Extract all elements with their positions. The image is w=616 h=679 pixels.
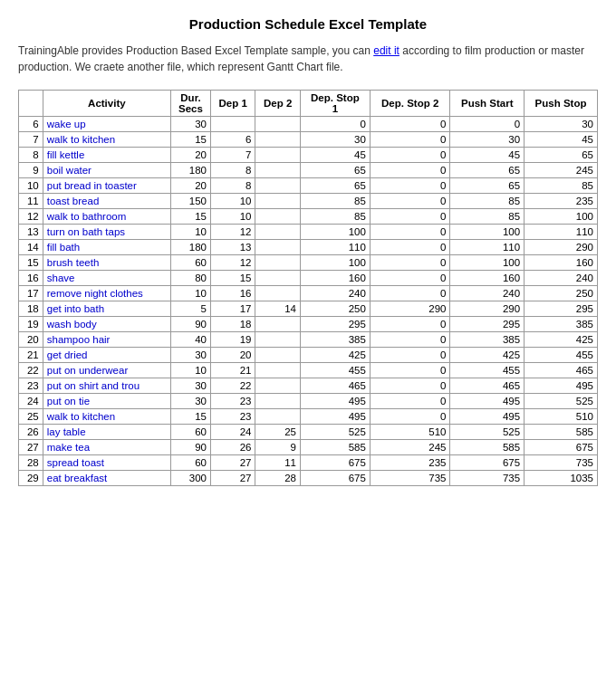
table-row: 8fill kettle2074504565 (19, 148, 598, 163)
cell-dep-stop1: 385 (300, 332, 370, 348)
cell-dur: 180 (170, 240, 210, 255)
cell-row-number: 9 (19, 163, 43, 178)
cell-dur: 60 (170, 455, 210, 471)
schedule-table: Activity Dur.Secs Dep 1 Dep 2 Dep. Stop1… (18, 90, 598, 486)
cell-dep-stop1: 110 (300, 240, 370, 255)
cell-dep-stop2: 0 (370, 240, 450, 255)
cell-push-stop: 245 (525, 163, 598, 178)
cell-dur: 20 (170, 178, 210, 194)
cell-dep-stop1: 85 (300, 194, 370, 209)
table-row: 25walk to kitchen15234950495510 (19, 409, 598, 425)
cell-activity: shave (43, 271, 170, 286)
cell-push-stop: 65 (525, 148, 598, 163)
cell-activity: fill kettle (43, 148, 170, 163)
cell-dep-stop2: 735 (370, 471, 450, 486)
cell-push-start: 425 (450, 348, 525, 363)
table-row: 19wash body90182950295385 (19, 317, 598, 332)
cell-dep1: 7 (210, 148, 255, 163)
cell-dep2 (255, 255, 300, 271)
cell-dep-stop2: 0 (370, 163, 450, 178)
cell-dur: 15 (170, 209, 210, 225)
cell-dep-stop2: 0 (370, 148, 450, 163)
cell-dep-stop1: 675 (300, 471, 370, 486)
cell-dep1: 6 (210, 132, 255, 148)
cell-activity: lay table (43, 425, 170, 440)
cell-push-start: 455 (450, 363, 525, 378)
cell-push-stop: 495 (525, 378, 598, 394)
cell-dur: 90 (170, 440, 210, 455)
cell-dep1: 23 (210, 394, 255, 409)
table-row: 6wake up3000030 (19, 117, 598, 132)
cell-row-number: 24 (19, 394, 43, 409)
table-row: 17remove night clothes10162400240250 (19, 286, 598, 301)
cell-dur: 10 (170, 225, 210, 240)
table-row: 26lay table602425525510525585 (19, 425, 598, 440)
cell-row-number: 17 (19, 286, 43, 301)
col-header-dep1: Dep 1 (210, 91, 255, 117)
table-row: 22put on underwear10214550455465 (19, 363, 598, 378)
cell-dep-stop2: 0 (370, 348, 450, 363)
cell-dep1: 22 (210, 378, 255, 394)
cell-dep2 (255, 225, 300, 240)
cell-activity: walk to bathroom (43, 209, 170, 225)
cell-dep2 (255, 271, 300, 286)
cell-activity: remove night clothes (43, 286, 170, 301)
cell-dep-stop1: 30 (300, 132, 370, 148)
cell-push-stop: 45 (525, 132, 598, 148)
cell-dep1: 10 (210, 194, 255, 209)
cell-activity: walk to kitchen (43, 132, 170, 148)
cell-dur: 80 (170, 271, 210, 286)
cell-push-stop: 1035 (525, 471, 598, 486)
cell-dep2: 28 (255, 471, 300, 486)
cell-push-start: 525 (450, 425, 525, 440)
cell-push-stop: 290 (525, 240, 598, 255)
cell-dep2 (255, 332, 300, 348)
cell-dep-stop2: 235 (370, 455, 450, 471)
cell-dep-stop1: 585 (300, 440, 370, 455)
cell-dep-stop2: 0 (370, 363, 450, 378)
col-header-dep2: Dep 2 (255, 91, 300, 117)
cell-dep2 (255, 240, 300, 255)
cell-activity: get into bath (43, 301, 170, 317)
cell-push-start: 30 (450, 132, 525, 148)
cell-dep-stop1: 525 (300, 425, 370, 440)
cell-dep-stop1: 100 (300, 225, 370, 240)
cell-dep2 (255, 178, 300, 194)
edit-link[interactable]: edit it (373, 44, 399, 57)
cell-dur: 30 (170, 378, 210, 394)
cell-push-start: 495 (450, 409, 525, 425)
cell-dep2 (255, 363, 300, 378)
cell-dep1: 17 (210, 301, 255, 317)
cell-push-start: 100 (450, 255, 525, 271)
cell-dep1: 16 (210, 286, 255, 301)
table-row: 24put on tie30234950495525 (19, 394, 598, 409)
cell-dep-stop2: 290 (370, 301, 450, 317)
cell-row-number: 8 (19, 148, 43, 163)
cell-dur: 40 (170, 332, 210, 348)
cell-push-stop: 30 (525, 117, 598, 132)
cell-push-stop: 250 (525, 286, 598, 301)
cell-push-start: 45 (450, 148, 525, 163)
cell-dep-stop1: 455 (300, 363, 370, 378)
cell-dep-stop1: 465 (300, 378, 370, 394)
cell-row-number: 18 (19, 301, 43, 317)
cell-dep1: 27 (210, 471, 255, 486)
cell-row-number: 13 (19, 225, 43, 240)
cell-push-start: 585 (450, 440, 525, 455)
cell-dep2: 14 (255, 301, 300, 317)
cell-dep2: 11 (255, 455, 300, 471)
cell-activity: put on underwear (43, 363, 170, 378)
cell-dep-stop1: 240 (300, 286, 370, 301)
cell-dur: 150 (170, 194, 210, 209)
cell-activity: put bread in toaster (43, 178, 170, 194)
col-header-row (19, 91, 43, 117)
cell-push-start: 385 (450, 332, 525, 348)
cell-push-stop: 585 (525, 425, 598, 440)
page-title: Production Schedule Excel Template (18, 16, 598, 32)
cell-push-start: 240 (450, 286, 525, 301)
cell-push-start: 85 (450, 209, 525, 225)
cell-dep-stop1: 65 (300, 163, 370, 178)
table-row: 10put bread in toaster2086506585 (19, 178, 598, 194)
table-row: 16shave80151600160240 (19, 271, 598, 286)
cell-push-start: 110 (450, 240, 525, 255)
